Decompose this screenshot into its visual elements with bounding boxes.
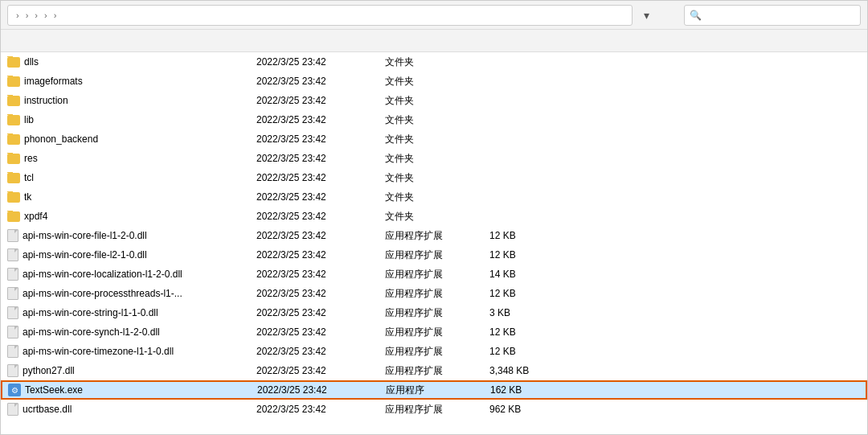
- file-icon: [7, 364, 18, 377]
- file-icon: [7, 287, 18, 300]
- file-type: 文件夹: [379, 171, 483, 185]
- folder-icon: [7, 211, 20, 222]
- file-list[interactable]: dlls 2022/3/25 23:42 文件夹 imageformats 20…: [1, 52, 867, 434]
- file-type: 应用程序扩展: [379, 306, 483, 320]
- file-type: 文件夹: [379, 75, 483, 88]
- file-type: 应用程序扩展: [379, 364, 483, 378]
- table-row[interactable]: api-ms-win-core-string-l1-1-0.dll 2022/3…: [1, 303, 867, 322]
- table-row[interactable]: api-ms-win-core-synch-l1-2-0.dll 2022/3/…: [1, 322, 867, 342]
- file-type: 文件夹: [379, 152, 483, 166]
- file-modified: 2022/3/25 23:42: [250, 249, 379, 261]
- folder-icon: [7, 154, 20, 164]
- file-modified: 2022/3/25 23:42: [250, 191, 379, 203]
- file-icon: [7, 229, 18, 242]
- file-modified: 2022/3/25 23:42: [250, 56, 379, 68]
- file-modified: 2022/3/25 23:42: [250, 230, 379, 241]
- table-row[interactable]: dlls 2022/3/25 23:42 文件夹: [1, 52, 867, 72]
- file-name: TextSeek.exe: [2, 384, 251, 396]
- file-modified: 2022/3/25 23:42: [250, 346, 379, 357]
- folder-icon: [7, 134, 20, 145]
- file-modified: 2022/3/25 23:42: [250, 269, 379, 280]
- file-modified: 2022/3/25 23:42: [250, 76, 379, 87]
- folder-icon: [7, 192, 20, 203]
- table-row[interactable]: instruction 2022/3/25 23:42 文件夹: [1, 91, 867, 110]
- sep2: ›: [26, 10, 29, 20]
- folder-icon: [7, 115, 20, 125]
- file-modified: 2022/3/25 23:42: [250, 288, 379, 299]
- table-row[interactable]: api-ms-win-core-timezone-l1-1-0.dll 2022…: [1, 342, 867, 361]
- table-row[interactable]: api-ms-win-core-file-l2-1-0.dll 2022/3/2…: [1, 245, 867, 265]
- sep4: ›: [44, 10, 47, 20]
- file-type: 应用程序扩展: [379, 345, 483, 359]
- file-icon: [7, 268, 18, 281]
- table-row[interactable]: lib 2022/3/25 23:42 文件夹: [1, 110, 867, 129]
- file-type: 应用程序扩展: [379, 229, 483, 243]
- file-icon: [7, 326, 18, 339]
- file-name: api-ms-win-core-localization-l1-2-0.dll: [1, 268, 250, 281]
- file-modified: 2022/3/25 23:42: [250, 365, 379, 376]
- file-modified: 2022/3/25 23:42: [250, 133, 379, 145]
- file-size: 12 KB: [483, 288, 563, 299]
- file-name: xpdf4: [1, 211, 250, 222]
- file-type: 应用程序: [379, 384, 484, 397]
- file-modified: 2022/3/25 23:42: [250, 404, 379, 415]
- table-row[interactable]: imageformats 2022/3/25 23:42 文件夹: [1, 72, 867, 91]
- file-size: 962 KB: [483, 404, 563, 415]
- table-row[interactable]: res 2022/3/25 23:42 文件夹: [1, 149, 867, 168]
- file-size: 12 KB: [483, 346, 563, 357]
- file-size: 3,348 KB: [483, 365, 563, 376]
- file-size: 12 KB: [483, 326, 563, 338]
- file-type: 文件夹: [379, 55, 483, 69]
- file-modified: 2022/3/25 23:42: [250, 114, 379, 125]
- table-row[interactable]: api-ms-win-core-processthreads-l1-... 20…: [1, 284, 867, 303]
- table-row[interactable]: python27.dll 2022/3/25 23:42 应用程序扩展 3,34…: [1, 361, 867, 380]
- folder-icon: [7, 96, 20, 106]
- table-row[interactable]: tcl 2022/3/25 23:42 文件夹: [1, 168, 867, 187]
- file-name: api-ms-win-core-file-l2-1-0.dll: [1, 248, 250, 261]
- file-name: instruction: [1, 95, 250, 106]
- file-type: 文件夹: [379, 94, 483, 108]
- file-name: lib: [1, 114, 250, 125]
- file-size: 14 KB: [483, 269, 563, 280]
- search-box[interactable]: 🔍: [684, 5, 861, 26]
- file-type: 应用程序扩展: [379, 268, 483, 281]
- file-name: res: [1, 153, 250, 164]
- file-icon: [7, 306, 18, 319]
- breadcrumb-path[interactable]: › › › › ›: [7, 5, 633, 26]
- file-name: api-ms-win-core-file-l1-2-0.dll: [1, 229, 250, 242]
- dropdown-button[interactable]: ▾: [636, 5, 657, 26]
- table-row[interactable]: phonon_backend 2022/3/25 23:42 文件夹: [1, 129, 867, 149]
- table-row[interactable]: xpdf4 2022/3/25 23:42 文件夹: [1, 207, 867, 226]
- file-modified: 2022/3/25 23:42: [250, 95, 379, 106]
- table-row[interactable]: api-ms-win-core-localization-l1-2-0.dll …: [1, 265, 867, 284]
- file-type: 应用程序扩展: [379, 248, 483, 262]
- file-modified: 2022/3/25 23:42: [250, 211, 379, 222]
- file-type: 应用程序扩展: [379, 326, 483, 339]
- file-name: tcl: [1, 172, 250, 183]
- file-icon: [7, 248, 18, 261]
- file-name: api-ms-win-core-synch-l1-2-0.dll: [1, 326, 250, 339]
- explorer-window: › › › › › ▾ 🔍: [0, 0, 868, 435]
- file-modified: 2022/3/25 23:42: [250, 326, 379, 338]
- file-type: 文件夹: [379, 113, 483, 127]
- file-modified: 2022/3/25 23:42: [251, 384, 379, 396]
- search-icon: 🔍: [690, 10, 702, 21]
- table-row[interactable]: tk 2022/3/25 23:42 文件夹: [1, 187, 867, 207]
- file-name: tk: [1, 191, 250, 203]
- file-type: 文件夹: [379, 191, 483, 204]
- file-size: 162 KB: [484, 384, 564, 396]
- file-name: dlls: [1, 56, 250, 68]
- file-modified: 2022/3/25 23:42: [250, 172, 379, 183]
- file-modified: 2022/3/25 23:42: [250, 307, 379, 318]
- file-type: 文件夹: [379, 210, 483, 224]
- file-modified: 2022/3/25 23:42: [250, 153, 379, 164]
- file-name: python27.dll: [1, 364, 250, 377]
- exe-icon: [8, 384, 21, 396]
- folder-icon: [7, 57, 20, 68]
- table-row[interactable]: TextSeek.exe 2022/3/25 23:42 应用程序 162 KB: [1, 380, 867, 400]
- file-name: imageformats: [1, 76, 250, 87]
- refresh-button[interactable]: [660, 5, 681, 26]
- table-row[interactable]: api-ms-win-core-file-l1-2-0.dll 2022/3/2…: [1, 226, 867, 245]
- table-row[interactable]: ucrtbase.dll 2022/3/25 23:42 应用程序扩展 962 …: [1, 400, 867, 419]
- file-type: 应用程序扩展: [379, 287, 483, 301]
